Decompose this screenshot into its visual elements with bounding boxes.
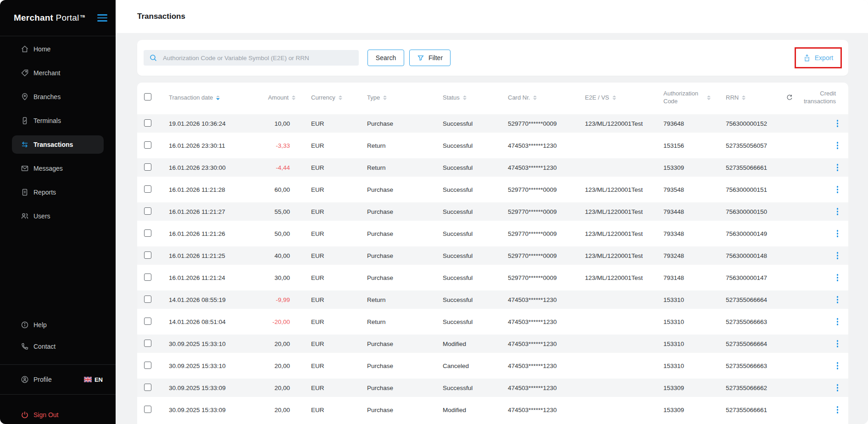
merchant-portal-app: Merchant PortalTB Home Merchant Branches… bbox=[0, 0, 868, 424]
row-actions-kebab-menu[interactable] bbox=[835, 404, 840, 415]
table-row[interactable]: 30.09.2025 15:33:10 20,00 EUR Purchase C… bbox=[137, 355, 848, 377]
row-checkbox[interactable] bbox=[144, 273, 151, 281]
refresh-icon[interactable] bbox=[786, 94, 793, 101]
column-header-card-nr[interactable]: Card Nr. bbox=[501, 94, 579, 101]
row-actions-kebab-menu[interactable] bbox=[835, 184, 840, 195]
cell-currency: EUR bbox=[305, 363, 361, 369]
table-row[interactable]: 14.01.2026 08:51:04 -20,00 EUR Return Su… bbox=[137, 311, 848, 333]
select-all-checkbox[interactable] bbox=[144, 93, 151, 100]
sidebar-item-reports[interactable]: Reports bbox=[12, 183, 104, 201]
table-row[interactable]: 16.01.2026 11:21:24 30,00 EUR Purchase S… bbox=[137, 267, 848, 289]
column-header-authorization-code[interactable]: Authorization Code bbox=[657, 90, 719, 106]
sign-out-button[interactable]: Sign Out bbox=[12, 406, 104, 424]
export-button[interactable]: Export bbox=[801, 54, 836, 62]
table-row[interactable]: 30.09.2025 15:33:09 20,00 EUR Purchase M… bbox=[137, 399, 848, 421]
row-checkbox[interactable] bbox=[144, 318, 151, 325]
terminal-icon bbox=[21, 117, 29, 125]
row-actions-kebab-menu[interactable] bbox=[835, 140, 840, 151]
sort-icon[interactable] bbox=[612, 95, 616, 100]
cell-e2e-vs: 123/ML/1220001Test bbox=[579, 120, 657, 127]
sort-icon[interactable] bbox=[533, 95, 537, 100]
row-checkbox[interactable] bbox=[144, 406, 151, 413]
row-actions-kebab-menu[interactable] bbox=[835, 294, 840, 305]
sidebar-item-profile[interactable]: Profile bbox=[21, 375, 52, 384]
sidebar-item-merchant[interactable]: Merchant bbox=[12, 64, 104, 82]
row-checkbox[interactable] bbox=[144, 185, 151, 193]
cell-amount: 60,00 bbox=[252, 186, 305, 193]
cell-card-nr: 474503******1230 bbox=[501, 142, 579, 149]
cell-rrn: 756300000151 bbox=[719, 186, 786, 193]
cell-status: Modified bbox=[436, 340, 501, 347]
table-row[interactable]: 16.01.2026 11:21:26 50,00 EUR Purchase S… bbox=[137, 223, 848, 245]
column-header-transaction-date[interactable]: Transaction date bbox=[162, 94, 252, 101]
sidebar-item-home[interactable]: Home bbox=[12, 40, 104, 58]
sort-icon[interactable] bbox=[339, 95, 342, 100]
row-actions-kebab-menu[interactable] bbox=[835, 360, 840, 371]
sidebar-item-transactions[interactable]: Transactions bbox=[12, 135, 104, 154]
sidebar-item-terminals[interactable]: Terminals bbox=[12, 112, 104, 130]
row-checkbox[interactable] bbox=[144, 229, 151, 237]
column-header-amount[interactable]: Amount bbox=[252, 94, 305, 101]
search-button[interactable]: Search bbox=[367, 50, 404, 66]
row-actions-kebab-menu[interactable] bbox=[835, 206, 840, 217]
row-checkbox[interactable] bbox=[144, 296, 151, 303]
sort-icon[interactable] bbox=[383, 95, 387, 100]
row-checkbox[interactable] bbox=[144, 119, 151, 127]
table-row[interactable]: 19.01.2026 10:36:24 10,00 EUR Purchase S… bbox=[137, 112, 848, 134]
table-row[interactable]: 30.09.2025 15:33:09 20,00 EUR Purchase S… bbox=[137, 377, 848, 399]
column-header-rrn[interactable]: RRN bbox=[719, 94, 786, 101]
row-checkbox[interactable] bbox=[144, 207, 151, 215]
language-selector[interactable]: EN bbox=[84, 376, 103, 383]
cell-rrn: 527355066663 bbox=[719, 363, 786, 369]
sort-icon[interactable] bbox=[216, 95, 220, 100]
row-checkbox[interactable] bbox=[144, 384, 151, 391]
table-row[interactable]: 14.01.2026 08:55:19 -9,99 EUR Return Suc… bbox=[137, 289, 848, 311]
row-checkbox[interactable] bbox=[144, 362, 151, 369]
cell-transaction-date: 19.01.2026 10:36:24 bbox=[162, 120, 252, 127]
sidebar-item-messages[interactable]: Messages bbox=[12, 159, 104, 178]
sort-icon[interactable] bbox=[742, 95, 746, 100]
row-checkbox[interactable] bbox=[144, 163, 151, 171]
cell-card-nr: 529770******0009 bbox=[501, 120, 579, 127]
table-row[interactable]: 30.09.2025 15:33:10 20,00 EUR Purchase M… bbox=[137, 333, 848, 355]
column-header-e2e-vs[interactable]: E2E / VS bbox=[579, 94, 657, 101]
column-header-type[interactable]: Type bbox=[361, 94, 436, 101]
table-row[interactable]: 16.01.2026 23:30:00 -4,44 EUR Return Suc… bbox=[137, 156, 848, 179]
cell-type: Purchase bbox=[361, 340, 436, 347]
cell-transaction-date: 16.01.2026 11:21:28 bbox=[162, 186, 252, 193]
logo-trademark: TB bbox=[80, 14, 85, 18]
sidebar-item-contact[interactable]: Contact bbox=[12, 337, 104, 356]
row-actions-kebab-menu[interactable] bbox=[835, 338, 840, 349]
row-actions-kebab-menu[interactable] bbox=[835, 118, 840, 129]
row-actions-kebab-menu[interactable] bbox=[835, 250, 840, 261]
table-row[interactable]: 16.01.2026 23:30:11 -3,33 EUR Return Suc… bbox=[137, 134, 848, 156]
row-actions-kebab-menu[interactable] bbox=[835, 162, 840, 173]
row-actions-kebab-menu[interactable] bbox=[835, 228, 840, 239]
cell-transaction-date: 30.09.2025 15:33:09 bbox=[162, 385, 252, 391]
row-checkbox[interactable] bbox=[144, 340, 151, 347]
row-checkbox[interactable] bbox=[144, 141, 151, 149]
row-actions-kebab-menu[interactable] bbox=[835, 382, 840, 393]
sort-icon[interactable] bbox=[292, 95, 295, 100]
sort-icon[interactable] bbox=[463, 95, 467, 100]
table-row[interactable]: 16.01.2026 11:21:25 40,00 EUR Purchase S… bbox=[137, 245, 848, 267]
row-actions-kebab-menu[interactable] bbox=[835, 272, 840, 283]
table-row[interactable]: 16.01.2026 11:21:27 55,00 EUR Purchase S… bbox=[137, 201, 848, 223]
cell-amount: 20,00 bbox=[252, 407, 305, 413]
search-box bbox=[144, 50, 359, 66]
sidebar-item-help[interactable]: Help bbox=[12, 316, 104, 334]
column-header-currency[interactable]: Currency bbox=[305, 94, 361, 101]
table-row[interactable]: 16.01.2026 11:21:28 60,00 EUR Purchase S… bbox=[137, 179, 848, 201]
column-header-status[interactable]: Status bbox=[436, 94, 501, 101]
sign-out-label: Sign Out bbox=[33, 411, 58, 418]
hamburger-menu-icon[interactable] bbox=[95, 12, 109, 23]
filter-button[interactable]: Filter bbox=[409, 50, 451, 66]
search-input[interactable] bbox=[162, 54, 353, 62]
export-label: Export bbox=[815, 54, 833, 61]
row-checkbox[interactable] bbox=[144, 251, 151, 259]
logo-regular-text: Portal bbox=[56, 13, 79, 22]
sort-icon[interactable] bbox=[707, 95, 711, 100]
sidebar-item-users[interactable]: Users bbox=[12, 207, 104, 225]
sidebar-item-branches[interactable]: Branches bbox=[12, 88, 104, 106]
row-actions-kebab-menu[interactable] bbox=[835, 316, 840, 327]
